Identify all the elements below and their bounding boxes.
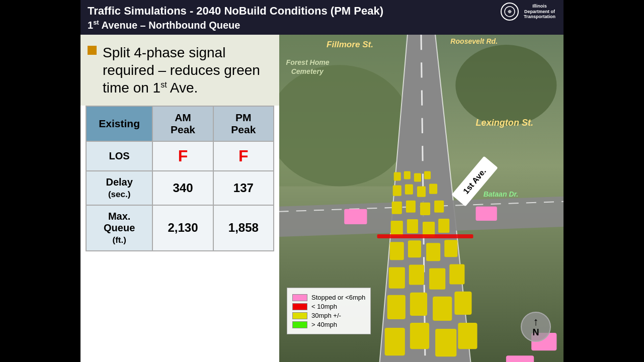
speed-legend: Stopped or <6mph < 10mph 30mph +/- > 40m… xyxy=(287,288,371,334)
roosevelt-label: Roosevelt Rd. xyxy=(450,37,498,45)
red-bar xyxy=(377,234,473,238)
car-17 xyxy=(391,221,403,236)
los-am-value: F xyxy=(152,141,213,171)
idot-logo-circle xyxy=(501,3,519,21)
col-header-existing: Existing xyxy=(86,106,152,141)
car-26 xyxy=(405,184,413,194)
car-5 xyxy=(387,295,406,319)
queue-am-value: 2,130 xyxy=(152,205,213,251)
delay-am-value: 340 xyxy=(152,171,213,205)
row-label-los: LOS xyxy=(86,141,152,171)
legend-item-40mph: > 40mph xyxy=(292,321,365,328)
car-12 xyxy=(449,264,464,284)
car-pink-3 xyxy=(506,355,534,362)
bullet-area: Split 4-phase signal required – reduces … xyxy=(80,35,279,106)
car-2 xyxy=(410,323,429,349)
black-right-bar xyxy=(564,0,644,362)
title-line2: 1st Avenue – Northbound Queue xyxy=(88,19,556,32)
col-header-am: AMPeak xyxy=(152,106,213,141)
table-row-los: LOS F F xyxy=(86,141,274,171)
car-20 xyxy=(438,219,449,233)
content-area: Split 4-phase signal required – reduces … xyxy=(80,35,564,362)
car-6 xyxy=(410,292,427,315)
car-32 xyxy=(424,171,431,179)
car-15 xyxy=(426,243,440,261)
table-wrapper: Existing AMPeak PMPeak LOS F F xyxy=(80,106,279,362)
bullet-square-icon xyxy=(88,46,97,55)
car-27 xyxy=(417,186,426,197)
sup-st: st xyxy=(160,80,167,88)
superscript-st: st xyxy=(93,19,99,26)
legend-label-30mph: 30mph +/- xyxy=(311,312,341,319)
car-21 xyxy=(392,201,402,214)
fillmore-label: Fillmore St. xyxy=(327,40,373,49)
queue-pm-value: 1,858 xyxy=(213,205,274,251)
forest-home-label-2: Cemetery xyxy=(291,67,324,75)
car-pink-2 xyxy=(476,206,497,220)
table-row-delay: Delay(sec.) 340 137 xyxy=(86,171,274,205)
car-13 xyxy=(390,242,404,260)
row-label-queue: Max.Queue(ft.) xyxy=(86,205,152,251)
lexington-label: Lexington St. xyxy=(476,118,534,128)
car-30 xyxy=(404,171,411,179)
bullet-text: Split 4-phase signal required – reduces … xyxy=(103,44,269,97)
idot-logo-text: Illinois Department of Transportation xyxy=(521,4,558,20)
car-24 xyxy=(434,200,444,212)
black-left-bar xyxy=(0,0,80,362)
compass-n-label: N xyxy=(533,327,539,338)
car-7 xyxy=(433,296,452,320)
title-text-1: Traffic Simulations - 2040 NoBuild Condi… xyxy=(88,5,383,17)
delay-pm-value: 137 xyxy=(213,171,274,205)
legend-swatch-10mph xyxy=(292,303,307,310)
legend-swatch-40mph xyxy=(292,321,307,328)
legend-label-40mph: > 40mph xyxy=(311,321,337,328)
data-table: Existing AMPeak PMPeak LOS F F xyxy=(86,106,274,251)
left-panel: Split 4-phase signal required – reduces … xyxy=(80,35,279,362)
main-container: Traffic Simulations - 2040 NoBuild Condi… xyxy=(0,0,644,362)
car-4 xyxy=(458,323,477,349)
car-14 xyxy=(408,240,421,257)
legend-swatch-30mph xyxy=(292,312,307,319)
car-10 xyxy=(409,264,424,285)
car-3 xyxy=(435,329,456,356)
title-text-2: Avenue – Northbound Queue xyxy=(99,20,240,31)
legend-item-10mph: < 10mph xyxy=(292,303,365,310)
car-8 xyxy=(454,291,471,314)
car-pink-1 xyxy=(344,209,367,224)
legend-item-30mph: 30mph +/- xyxy=(292,312,365,319)
car-9 xyxy=(389,267,405,288)
legend-label-stopped: Stopped or <6mph xyxy=(311,294,365,301)
car-23 xyxy=(420,202,430,215)
car-31 xyxy=(414,173,421,182)
bataan-label: Bataan Dr. xyxy=(484,190,519,198)
los-pm-value: F xyxy=(213,141,274,171)
right-panel: 1st Ave. Fillmore St. Roosevelt Rd. Fore… xyxy=(279,35,564,362)
compass-arrow: ↑ xyxy=(533,316,539,327)
legend-swatch-stopped xyxy=(292,294,307,301)
car-25 xyxy=(393,185,401,196)
car-28 xyxy=(429,184,437,194)
forest-home-label-1: Forest Home xyxy=(286,58,330,66)
header: Traffic Simulations - 2040 NoBuild Condi… xyxy=(80,0,564,35)
title-line1: Traffic Simulations - 2040 NoBuild Condi… xyxy=(88,4,556,19)
idot-logo: Illinois Department of Transportation xyxy=(501,3,558,21)
legend-item-stopped: Stopped or <6mph xyxy=(292,294,365,301)
svg-rect-4 xyxy=(279,35,405,187)
car-29 xyxy=(394,172,401,180)
row-label-delay: Delay(sec.) xyxy=(86,171,152,205)
car-11 xyxy=(429,268,445,289)
car-18 xyxy=(407,219,418,233)
car-16 xyxy=(444,240,457,257)
table-row-queue: Max.Queue(ft.) 2,130 1,858 xyxy=(86,205,274,251)
compass: ↑ N xyxy=(521,312,551,342)
car-22 xyxy=(406,200,416,212)
car-1 xyxy=(385,328,405,355)
col-header-pm: PMPeak xyxy=(213,106,274,141)
legend-label-10mph: < 10mph xyxy=(311,303,337,310)
svg-point-3 xyxy=(455,45,556,126)
